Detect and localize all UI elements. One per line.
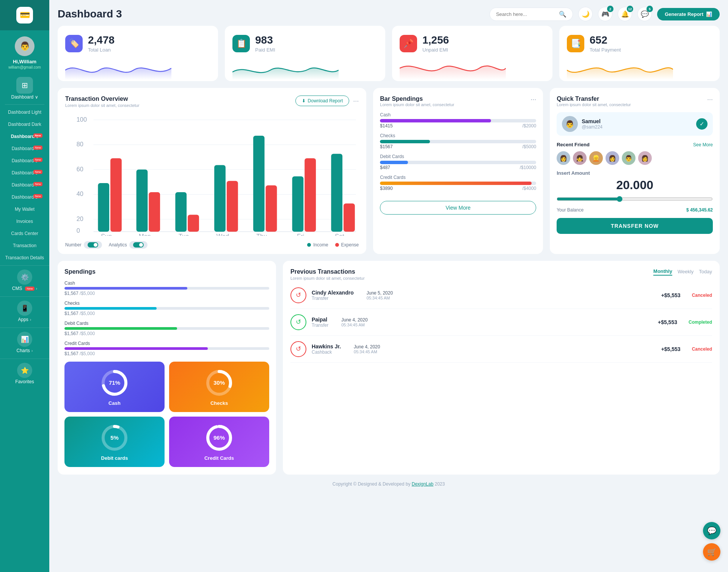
chevron-right-icon-apps: › (30, 317, 31, 322)
your-balance-label: Your Balance (557, 207, 584, 213)
legend-expense: Expense (335, 242, 359, 248)
svg-text:Wed: Wed (217, 233, 229, 236)
pt-name-cindy: Cindy Alexandro (312, 290, 354, 296)
rf-avatar-3[interactable]: 👱 (589, 151, 603, 165)
svg-text:Fri: Fri (297, 233, 304, 236)
search-input[interactable] (496, 11, 556, 17)
sidebar-item-dashboard-4[interactable]: Dashboard 4 New (0, 143, 49, 155)
chart-bar-icon: 📊 (706, 11, 712, 17)
more-options-button[interactable]: ··· (353, 97, 359, 105)
rf-avatar-4[interactable]: 👩 (606, 151, 619, 165)
prev-transactions-tabs: Monthly Weekly Today (653, 268, 712, 276)
donut-credit: 96% Credit Cards (169, 417, 269, 467)
quick-transfer-more-btn[interactable]: ··· (707, 96, 713, 103)
prev-transactions-title: Previous Transactions (290, 268, 365, 275)
donut-checks-svg: 30% (204, 368, 234, 398)
bar-spendings-title: Bar Spendings (380, 96, 454, 102)
pt-type-cindy: Transfer (312, 296, 354, 301)
amount-slider[interactable] (557, 196, 713, 202)
footer: Copyright © Designed & Developed by Dexi… (58, 475, 720, 490)
donut-cash-svg: 71% (99, 368, 130, 398)
sidebar-item-dashboard-8[interactable]: Dashboard 8 New (0, 191, 49, 203)
sidebar-item-transaction[interactable]: Transaction (0, 240, 49, 252)
sc-item-checks: Checks $1,567 /$5,000 (64, 301, 269, 316)
sidebar-section-charts[interactable]: 📊 Charts › (0, 328, 49, 357)
svg-rect-28 (266, 185, 277, 232)
chat-btn[interactable]: 💬 5 (637, 7, 652, 21)
dashboard-icon-btn[interactable]: ⊞ (16, 77, 33, 94)
sidebar-item-transaction-details[interactable]: Transaction Details (0, 252, 49, 264)
moon-btn[interactable]: 🌙 (578, 7, 593, 21)
header-right: 🔍 🌙 🎮 2 🔔 12 💬 5 Generate Report 📊 (490, 7, 720, 21)
download-icon: ⬇ (302, 98, 306, 103)
dashboard-nav-label[interactable]: Dashboard ∨ (11, 94, 38, 100)
sidebar-section-cms[interactable]: ⚙️ CMS New › (0, 265, 49, 295)
amount-slider-wrap (557, 196, 713, 204)
cart-float-btn[interactable]: 🛒 (703, 543, 720, 561)
tab-weekly[interactable]: Weekly (678, 269, 693, 275)
moon-icon: 🌙 (582, 10, 590, 18)
quick-transfer-subtitle: Lorem ipsum dolor sit amet, consectetur (557, 102, 631, 107)
total-payment-wave (567, 59, 673, 80)
pt-type-paipal: Transfer (312, 323, 328, 328)
tab-monthly[interactable]: Monthly (653, 268, 672, 276)
donut-checks-label: Checks (210, 400, 228, 406)
pt-status-hawkins: Canceled (692, 346, 712, 352)
page-header: Dashboard 3 🔍 🌙 🎮 2 🔔 12 💬 5 Gen (58, 0, 720, 26)
sidebar-item-dashboard-7[interactable]: Dashboard 7 New (0, 179, 49, 191)
unpaid-emi-wave (400, 59, 506, 80)
sidebar-item-dashboard-5[interactable]: Dashboard 5 New (0, 155, 49, 167)
bar-spendings-more-btn[interactable]: ··· (530, 96, 536, 103)
svg-text:Sun: Sun (101, 233, 112, 236)
expense-label: Expense (341, 242, 359, 248)
badge-new-5: New (33, 158, 42, 162)
transfer-now-button[interactable]: TRANSFER NOW (557, 218, 713, 234)
sidebar-item-dashboard-light[interactable]: Dashboard Light (0, 106, 49, 118)
sidebar-item-invoices[interactable]: Invoices (0, 215, 49, 227)
rf-avatar-6[interactable]: 👩 (638, 151, 652, 165)
sidebar-section-favorites[interactable]: ⭐ Favorites (0, 359, 49, 388)
bell-btn[interactable]: 🔔 12 (618, 7, 632, 21)
support-float-btn[interactable]: 💬 (703, 522, 720, 539)
view-more-button[interactable]: View More (380, 201, 536, 215)
sidebar-item-dashboard-dark[interactable]: Dashboard Dark (0, 118, 49, 130)
gamepad-badge: 2 (607, 6, 613, 12)
pt-time-hawkins: 05:34:45 AM (354, 349, 380, 354)
sidebar-item-dashboard-6[interactable]: Dashboard 6 New (0, 167, 49, 179)
recent-friend-label: Recent Friend (557, 142, 590, 147)
rf-avatar-5[interactable]: 👨 (622, 151, 635, 165)
tab-today[interactable]: Today (699, 269, 712, 275)
footer-brand-link[interactable]: DexignLab (412, 481, 433, 487)
transaction-overview-title: Transaction Overview (65, 96, 140, 102)
svg-text:5%: 5% (110, 434, 119, 441)
total-loan-label: Total Loan (88, 47, 115, 53)
donut-cash: 71% Cash (64, 362, 165, 412)
sidebar-item-cards-center[interactable]: Cards Center (0, 227, 49, 240)
unpaid-emi-label: Unpaid EMI (422, 47, 449, 53)
sidebar-section-apps[interactable]: 📱 Apps › (0, 296, 49, 326)
pt-name-hawkins: Hawkins Jr. (312, 343, 341, 349)
paid-emi-label: Paid EMI (255, 47, 275, 53)
sidebar-item-dashboard-3[interactable]: Dashboard 3 New (0, 130, 49, 143)
gamepad-btn[interactable]: 🎮 2 (598, 7, 612, 21)
transaction-overview-subtitle: Lorem ipsum dolor sit amet, consectetur (65, 103, 140, 108)
prev-transactions-subtitle: Lorem ipsum dolor sit amet, consectetur (290, 276, 365, 281)
sidebar: 💳 👨 Hi,William william@gmail.com ⊞ Dashb… (0, 0, 49, 572)
see-more-link[interactable]: See More (693, 142, 713, 147)
svg-text:Tue: Tue (179, 233, 189, 236)
svg-rect-26 (227, 181, 238, 232)
rf-avatar-2[interactable]: 👧 (573, 151, 587, 165)
rf-avatar-1[interactable]: 👩 (557, 151, 570, 165)
sidebar-item-my-wallet[interactable]: My Wallet (0, 203, 49, 215)
svg-text:30%: 30% (213, 379, 225, 386)
search-box: 🔍 (490, 8, 573, 21)
cms-badge: New (25, 287, 34, 291)
download-report-button[interactable]: ⬇ Download Report (295, 96, 350, 106)
bottom-row: Spendings Cash $1,567 /$5,000 Checks $1,… (58, 261, 720, 475)
total-loan-value: 2,478 (88, 34, 115, 46)
pt-amount-hawkins: +$5,553 (661, 346, 681, 352)
donut-debit-label: Debit cards (101, 455, 128, 461)
stat-card-total-payment: 📑 652 Total Payment (559, 26, 720, 81)
qt-avatar: 👨 (562, 116, 578, 132)
generate-report-button[interactable]: Generate Report 📊 (657, 8, 720, 20)
